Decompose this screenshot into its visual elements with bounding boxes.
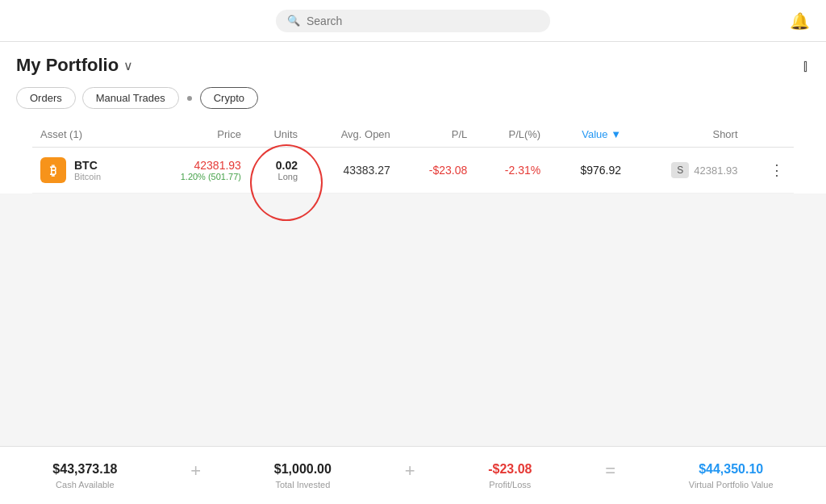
col-value[interactable]: Value ▼ [549, 122, 629, 148]
portfolio-table: Asset (1) Price Units Avg. Open P/L P/L(… [32, 122, 794, 194]
price-cell: 42381.93 1.20% (501.77) [140, 148, 249, 194]
more-actions-cell: ⋮ [746, 148, 794, 194]
footer-portfolio-label: Virtual Portfolio Value [689, 480, 774, 489]
main-content: My Portfolio ∨ ⫿ Orders Manual Trades Cr… [0, 42, 826, 446]
pl-value: -$23.08 [429, 164, 467, 177]
pl-pct-cell: -2.31% [475, 148, 549, 194]
col-pl: P/L [398, 122, 475, 148]
asset-info: BTC Bitcoin [74, 159, 101, 181]
asset-cell: ₿ BTC Bitcoin [32, 148, 140, 194]
tab-dot-separator [187, 96, 192, 101]
price-main: 42381.93 [148, 159, 241, 172]
footer-plus-2: + [405, 460, 415, 481]
footer-portfolio-amount: $44,350.10 [699, 462, 763, 477]
short-value: 42381.93 [694, 165, 737, 177]
price-change: 1.20% (501.77) [148, 172, 241, 181]
table-header: Asset (1) Price Units Avg. Open P/L P/L(… [32, 122, 794, 148]
footer-cash-value: $43,373.18 [52, 462, 117, 477]
col-actions [746, 122, 794, 148]
top-bar: 🔍 🔔 [0, 0, 826, 42]
col-price: Price [140, 122, 249, 148]
col-avg-open: Avg. Open [306, 122, 398, 148]
customize-columns-icon[interactable]: ⫿ [802, 56, 810, 75]
footer-equals: = [605, 460, 615, 481]
table-inner: Asset (1) Price Units Avg. Open P/L P/L(… [16, 122, 810, 194]
chevron-down-icon[interactable]: ∨ [123, 58, 133, 73]
portfolio-title-wrap: My Portfolio ∨ [16, 55, 133, 76]
units-value: 0.02 [276, 159, 298, 172]
notification-button[interactable]: 🔔 [790, 11, 810, 31]
portfolio-title: My Portfolio [16, 55, 119, 76]
footer: $43,373.18 Cash Available + $1,000.00 To… [0, 446, 826, 504]
footer-invested-value: $1,000.00 [274, 462, 332, 477]
table-row: ₿ BTC Bitcoin 42381.93 1.20% (501.77) [32, 148, 794, 194]
value-amount: $976.92 [580, 164, 621, 177]
col-asset: Asset (1) [32, 122, 140, 148]
tab-manual-trades[interactable]: Manual Trades [82, 87, 179, 109]
footer-cash: $43,373.18 Cash Available [52, 462, 117, 489]
footer-invested: $1,000.00 Total Invested [274, 462, 332, 489]
footer-pl-label: Profit/Loss [489, 480, 531, 489]
col-short: Short [629, 122, 746, 148]
table-body: ₿ BTC Bitcoin 42381.93 1.20% (501.77) [32, 148, 794, 194]
short-cell: S 42381.93 [629, 148, 746, 194]
asset-name: Bitcoin [74, 172, 101, 181]
units-direction: Long [276, 172, 298, 181]
footer-invested-label: Total Invested [275, 480, 330, 489]
footer-cash-label: Cash Available [56, 480, 115, 489]
units-cell: 0.02 Long [249, 148, 306, 194]
avg-open-cell: 43383.27 [306, 148, 398, 194]
empty-content-area [0, 194, 826, 446]
pl-cell: -$23.08 [398, 148, 475, 194]
search-container: 🔍 [276, 10, 550, 32]
col-pl-pct: P/L(%) [475, 122, 549, 148]
col-units: Units [249, 122, 306, 148]
search-input[interactable] [307, 15, 539, 27]
footer-portfolio-value: $44,350.10 Virtual Portfolio Value [689, 462, 774, 489]
tab-crypto[interactable]: Crypto [200, 87, 258, 109]
value-cell: $976.92 [549, 148, 629, 194]
portfolio-header: My Portfolio ∨ ⫿ [16, 55, 810, 76]
more-actions-button[interactable]: ⋮ [768, 161, 786, 179]
footer-pl: -$23.08 Profit/Loss [488, 462, 532, 489]
pl-pct-value: -2.31% [505, 164, 540, 177]
btc-icon: ₿ [40, 157, 66, 183]
tab-orders[interactable]: Orders [16, 87, 76, 109]
tab-row: Orders Manual Trades Crypto [16, 87, 810, 109]
footer-plus-1: + [190, 460, 201, 481]
footer-pl-value: -$23.08 [488, 462, 532, 477]
search-icon: 🔍 [287, 15, 300, 27]
avg-open-value: 43383.27 [343, 164, 390, 177]
asset-symbol: BTC [74, 159, 101, 172]
notification-icon: 🔔 [790, 12, 810, 30]
short-badge: S [671, 162, 689, 178]
